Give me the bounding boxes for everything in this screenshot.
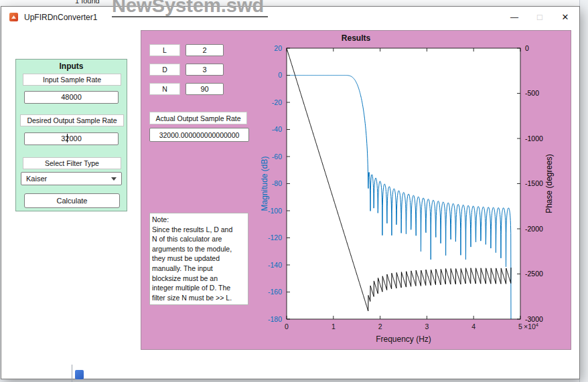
phase-axis-label: Phase (degrees)	[544, 154, 554, 213]
background-app-icon	[75, 370, 84, 379]
x-tick-label: 4	[471, 322, 475, 330]
x-tick-label: 1	[332, 322, 336, 330]
magnitude-tick-label: 20	[274, 44, 282, 52]
background-divider-line	[72, 365, 72, 382]
text-caret	[67, 134, 68, 142]
inputs-panel-title: Inputs	[16, 62, 127, 71]
phase-tick-label: -3000	[525, 315, 543, 323]
inputs-panel: Inputs Input Sample Rate Desired Output …	[15, 59, 127, 211]
desktop-background: 1 found NewSystem.swd UpFIRDnConverter1 …	[0, 0, 588, 382]
x-tick-label: 5	[518, 322, 522, 330]
phase-tick-label: -1500	[525, 179, 543, 187]
x-tick-label: 2	[378, 322, 382, 330]
phase-tick-label: -2000	[525, 225, 543, 233]
filter-type-label: Select Filter Type	[23, 157, 121, 169]
chevron-down-icon	[111, 177, 117, 181]
magnitude-tick-label: -180	[268, 315, 282, 323]
magnitude-tick-label: -100	[268, 207, 282, 215]
phase-tick-label: 0	[525, 44, 529, 52]
output-sample-rate-field[interactable]	[24, 132, 119, 145]
frequency-axis-label: Frequency (Hz)	[376, 335, 431, 344]
upfirdnconverter-window: UpFIRDnConverter1 — □ ✕ Inputs Input Sam…	[1, 6, 580, 379]
magnitude-tick-label: -40	[272, 125, 282, 133]
close-button[interactable]: ✕	[553, 7, 578, 27]
filter-type-selected: Kaiser	[26, 175, 47, 183]
magnitude-tick-label: -160	[268, 288, 282, 296]
phase-tick-label: -1000	[525, 134, 543, 142]
phase-tick-label: -500	[525, 89, 539, 97]
x-tick-label: 3	[425, 322, 429, 330]
phase-tick-label: -2500	[525, 270, 543, 278]
magnitude-tick-label: -140	[268, 261, 282, 269]
matlab-app-icon[interactable]	[9, 13, 18, 21]
background-heading: NewSystem.swd	[112, 0, 268, 17]
x-axis-exponent: ×104	[524, 322, 538, 330]
minimize-button[interactable]: —	[502, 7, 527, 27]
magnitude-tick-label: 0	[278, 71, 282, 79]
magnitude-tick-label: -80	[272, 179, 282, 187]
background-scrollbar-strip	[579, 0, 588, 382]
x-tick-label: 0	[285, 322, 289, 330]
input-sample-rate-label: Input Sample Rate	[23, 74, 121, 86]
results-panel: Results L 2 D 3 N 90 Actual Output Sampl…	[141, 30, 571, 350]
magnitude-tick-label: -60	[272, 153, 282, 161]
background-found-count: 1 found	[75, 0, 100, 5]
filter-type-dropdown[interactable]: Kaiser	[21, 172, 122, 185]
output-sample-rate-label: Desired Output Sample Rate	[20, 114, 124, 126]
maximize-button[interactable]: □	[527, 7, 553, 27]
window-title: UpFIRDnConverter1	[24, 13, 97, 22]
magnitude-axis-label: Magnitude (dB)	[260, 156, 269, 211]
magnitude-tick-label: -20	[272, 98, 282, 106]
input-sample-rate-field[interactable]	[24, 91, 119, 104]
frequency-response-plot: 012345200-20-40-60-80-100-120-140-160-18…	[141, 31, 571, 349]
magnitude-tick-label: -120	[268, 233, 282, 242]
window-titlebar[interactable]: UpFIRDnConverter1 — □ ✕	[1, 7, 579, 27]
calculate-button[interactable]: Calculate	[24, 193, 120, 208]
